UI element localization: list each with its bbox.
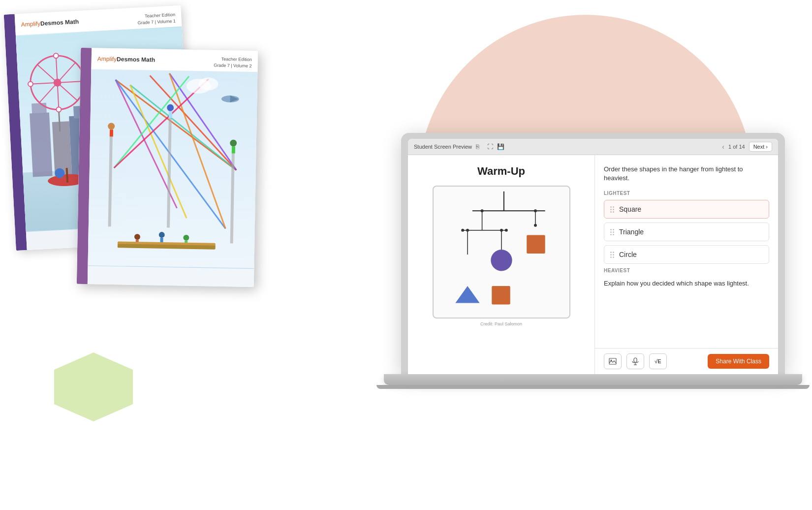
svg-rect-48	[110, 130, 113, 137]
svg-rect-52	[169, 111, 172, 118]
bottom-toolbar: √E Share With Class	[595, 348, 778, 374]
shape-item-triangle[interactable]: Triangle	[604, 223, 769, 241]
svg-point-72	[480, 209, 483, 212]
laptop: Student Screen Preview ⎘ ⛶ 💾 ‹ 1 of 14 N…	[401, 133, 785, 389]
page-info: 1 of 14	[728, 144, 745, 150]
shape-circle-label: Circle	[619, 251, 637, 258]
svg-point-73	[534, 209, 537, 212]
hanger-illustration	[434, 187, 569, 318]
svg-line-17	[59, 112, 60, 132]
shape-triangle-label: Triangle	[619, 228, 644, 236]
shape-item-circle[interactable]: Circle	[604, 245, 769, 264]
share-with-class-button[interactable]: Share With Class	[708, 354, 769, 369]
heaviest-label: HEAVIEST	[604, 268, 769, 273]
screen-content: Warm-Up	[408, 155, 778, 374]
laptop-base-bottom	[376, 385, 810, 389]
book2-amplify: Amplify	[97, 55, 117, 63]
svg-point-13	[54, 53, 59, 58]
book2-header: AmplifyDesmos Math Teacher Edition Grade…	[91, 48, 258, 72]
shape-square-label: Square	[619, 205, 641, 213]
laptop-base	[384, 374, 802, 385]
image-button[interactable]	[604, 353, 622, 369]
book2-desmos: Desmos Math	[117, 56, 155, 63]
svg-rect-82	[527, 235, 545, 254]
book1-edition-block: Teacher Edition Grade 7 | Volume 1	[137, 12, 176, 26]
toolbar-right: ‹ 1 of 14 Next ›	[722, 142, 772, 152]
drag-handle-circle[interactable]	[610, 252, 614, 258]
book2-ropes-svg	[88, 69, 257, 269]
order-panel: Order these shapes in the hanger from li…	[595, 155, 778, 348]
mobile-frame	[433, 186, 570, 319]
book1-grade-volume: Grade 7 | Volume 1	[137, 18, 176, 26]
svg-point-74	[461, 229, 464, 232]
shape-item-square[interactable]: Square	[604, 200, 769, 219]
order-instruction: Order these shapes in the hanger from li…	[604, 165, 769, 183]
book-volume-2: AmplifyDesmos Math Teacher Edition Grade…	[77, 48, 258, 287]
book1-desmos: Desmos Math	[40, 18, 79, 27]
credit-label: Credit: Paul Salomon	[480, 321, 522, 326]
warmup-title: Warm-Up	[477, 165, 525, 178]
explain-text: Explain how you decided which shape was …	[604, 279, 769, 288]
decorative-hexagon	[54, 352, 133, 421]
screen-toolbar: Student Screen Preview ⎘ ⛶ 💾 ‹ 1 of 14 N…	[408, 139, 778, 155]
svg-rect-81	[492, 286, 510, 304]
mic-icon	[632, 357, 639, 365]
book2-edition-block: Teacher Edition Grade 7 | Volume 2	[214, 56, 252, 69]
svg-rect-4	[52, 121, 72, 176]
laptop-screen-inner: Student Screen Preview ⎘ ⛶ 💾 ‹ 1 of 14 N…	[408, 139, 778, 374]
svg-point-15	[28, 82, 33, 87]
expand-icon[interactable]: ⛶	[487, 143, 493, 150]
drag-handle-square[interactable]	[610, 206, 614, 213]
svg-point-14	[56, 107, 61, 112]
next-button[interactable]: Next ›	[749, 142, 772, 152]
toolbar-left: Student Screen Preview ⎘ ⛶ 💾	[414, 143, 504, 150]
book2-content: AmplifyDesmos Math Teacher Edition Grade…	[88, 48, 258, 287]
mobile-preview-panel: Warm-Up	[408, 155, 595, 374]
math-button[interactable]: √E	[649, 353, 667, 369]
mic-button[interactable]	[626, 353, 644, 369]
laptop-screen-outer: Student Screen Preview ⎘ ⛶ 💾 ‹ 1 of 14 N…	[401, 133, 785, 374]
svg-point-75	[504, 229, 507, 232]
book2-illustration	[88, 69, 257, 269]
image-icon	[609, 358, 617, 365]
book1-title-block: AmplifyDesmos Math	[21, 17, 79, 29]
preview-label: Student Screen Preview	[414, 144, 472, 150]
save-icon[interactable]: 💾	[497, 143, 504, 150]
prev-nav-icon[interactable]: ‹	[722, 143, 724, 151]
svg-rect-85	[634, 358, 637, 362]
svg-rect-2	[30, 113, 52, 177]
svg-marker-80	[455, 286, 479, 303]
svg-rect-3	[31, 103, 47, 116]
svg-rect-83	[609, 358, 616, 364]
book2-title-block: AmplifyDesmos Math	[97, 54, 156, 64]
svg-point-78	[534, 224, 537, 227]
svg-rect-50	[232, 147, 235, 154]
drag-handle-triangle[interactable]	[610, 229, 614, 235]
svg-point-77	[500, 229, 503, 232]
lightest-label: LIGHTEST	[604, 191, 769, 196]
book1-amplify: Amplify	[21, 20, 40, 28]
book2-grade-volume: Grade 7 | Volume 2	[214, 62, 252, 69]
svg-point-76	[466, 229, 469, 232]
svg-point-79	[491, 250, 512, 271]
copy-icon[interactable]: ⎘	[476, 143, 479, 150]
